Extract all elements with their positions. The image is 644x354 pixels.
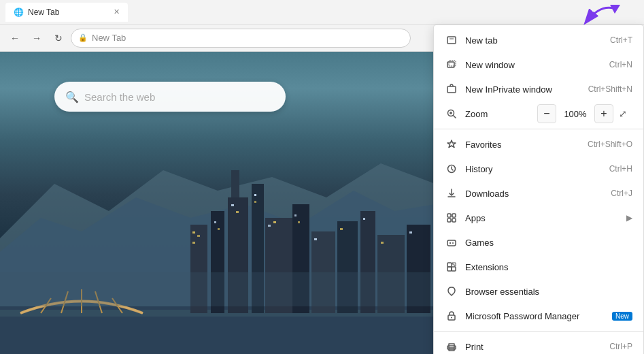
new-window-icon [445,58,458,71]
svg-rect-24 [214,221,216,223]
zoom-value: 100% [562,109,589,119]
zoom-control: Zoom − 100% + ⤢ [434,101,643,126]
browser-essentials-label: Browser essentials [465,287,632,297]
zoom-expand-button[interactable]: ⤢ [613,104,632,123]
divider-1 [434,129,643,129]
menu-item-inprivate[interactable]: New InPrivate window Ctrl+Shift+N [434,77,643,101]
address-bar[interactable]: 🔒 New Tab [71,29,411,48]
extensions-icon [445,260,458,274]
cityscape-svg [0,116,435,354]
forward-button[interactable]: → [27,29,46,48]
new-badge: New [612,312,632,321]
svg-rect-21 [192,231,195,234]
downloads-shortcut: Ctrl+J [611,189,632,198]
menu-item-browser-essentials[interactable]: Browser essentials [434,279,643,304]
games-icon [445,236,458,249]
inprivate-icon [445,82,458,96]
svg-rect-35 [340,228,343,230]
menu-item-games[interactable]: Games [434,230,643,255]
back-button[interactable]: ← [5,29,24,48]
menu-item-password-manager[interactable]: Microsoft Password Manager New [434,304,643,328]
history-label: History [465,164,604,174]
menu-item-new-window[interactable]: New window Ctrl+N [434,52,643,77]
inprivate-label: New InPrivate window [465,84,583,95]
menu-item-new-tab[interactable]: New tab Ctrl+T [434,28,643,52]
svg-rect-27 [236,211,239,213]
svg-point-61 [452,242,454,244]
new-tab-icon [445,33,458,47]
dropdown-menu: New tab Ctrl+T New window Ctrl+N New InP… [433,25,644,354]
svg-rect-55 [452,214,456,217]
search-icon: 🔍 [65,91,79,103]
zoom-plus-button[interactable]: + [594,104,613,123]
active-tab[interactable]: 🌐 New Tab ✕ [5,3,128,22]
svg-rect-28 [254,194,256,196]
svg-rect-26 [231,204,234,206]
svg-rect-56 [447,219,451,222]
password-manager-icon [445,309,458,323]
svg-rect-32 [294,214,296,216]
menu-item-favorites[interactable]: Favorites Ctrl+Shift+O [434,132,643,157]
menu-item-apps[interactable]: Apps ▶ [434,206,643,230]
divider-2 [434,331,643,332]
svg-rect-36 [363,218,365,220]
browser-background [0,0,435,354]
print-icon [445,340,458,353]
svg-rect-13 [231,170,239,197]
refresh-button[interactable]: ↻ [49,29,68,48]
svg-line-48 [454,116,456,118]
favorites-shortcut: Ctrl+Shift+O [588,140,632,149]
favorites-label: Favorites [465,140,582,150]
browser-essentials-icon [445,285,458,298]
svg-rect-54 [447,214,451,217]
search-placeholder: Search the web [84,91,155,103]
svg-rect-34 [314,238,317,240]
tab-bar: 🌐 New Tab ✕ [0,0,644,25]
svg-rect-22 [197,235,200,237]
svg-rect-58 [447,240,456,246]
inprivate-shortcut: Ctrl+Shift+N [588,84,632,94]
apps-arrow: ▶ [626,213,632,223]
new-window-shortcut: Ctrl+N [609,60,632,69]
svg-rect-25 [218,228,220,230]
favorites-icon [445,138,458,151]
downloads-icon [445,187,458,200]
new-tab-shortcut: Ctrl+T [610,35,632,45]
svg-rect-31 [273,221,276,223]
menu-item-print[interactable]: Print Ctrl+P [434,334,643,354]
print-shortcut: Ctrl+P [609,342,632,351]
apps-label: Apps [465,213,626,223]
games-label: Games [465,238,632,248]
search-box[interactable]: 🔍 Search the web [54,82,286,112]
history-icon [445,162,458,176]
svg-rect-23 [192,242,195,244]
history-shortcut: Ctrl+H [609,164,632,174]
menu-item-downloads[interactable]: Downloads Ctrl+J [434,181,643,206]
print-label: Print [465,342,604,352]
svg-point-66 [451,317,452,319]
svg-rect-30 [268,225,271,227]
svg-rect-62 [447,263,452,267]
svg-rect-33 [298,221,300,223]
new-window-label: New window [465,60,604,70]
menu-item-extensions[interactable]: Extensions [434,255,643,279]
password-manager-label: Microsoft Password Manager [465,311,608,321]
svg-rect-42 [447,37,456,44]
zoom-label: Zoom [465,109,537,119]
svg-rect-37 [381,242,384,244]
zoom-minus-button[interactable]: − [537,104,556,123]
svg-rect-39 [0,272,435,306]
new-tab-label: New tab [465,35,605,46]
svg-rect-38 [409,231,412,234]
svg-rect-64 [447,267,452,271]
svg-rect-29 [254,201,256,203]
menu-item-history[interactable]: History Ctrl+H [434,157,643,181]
tab-title: New Tab [28,7,59,17]
svg-rect-46 [447,86,456,93]
zoom-icon [445,107,458,120]
apps-icon [445,211,458,225]
svg-rect-63 [452,267,456,271]
svg-rect-57 [452,219,456,222]
downloads-label: Downloads [465,189,605,199]
extensions-label: Extensions [465,262,632,272]
